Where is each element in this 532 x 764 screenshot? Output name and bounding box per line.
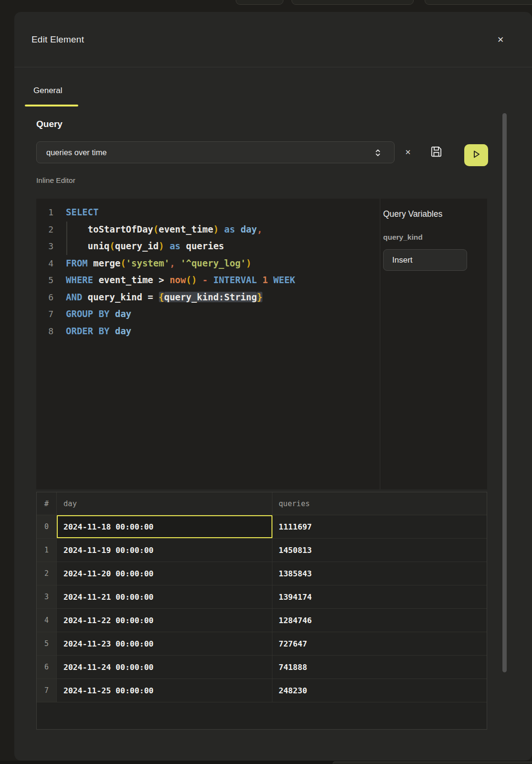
screen: Edit Element ✕ General Query queries ove… [0, 0, 532, 764]
line-number: 7 [36, 306, 53, 323]
table-row[interactable]: 72024-11-25 00:00:00248230 [37, 679, 487, 702]
code-token-plain [180, 241, 186, 251]
code-token-paren: ( [153, 224, 158, 234]
code-line[interactable]: FROM merge('system', '^query_log') [66, 255, 377, 272]
header-day[interactable]: day [57, 492, 272, 515]
line-number: 2 [36, 221, 53, 238]
code-token-plain [164, 275, 169, 285]
query-select[interactable]: queries over time [36, 141, 395, 163]
table-row[interactable]: 22024-11-20 00:00:001385843 [37, 562, 487, 585]
insert-button-label: Insert [392, 255, 413, 265]
code-token-plain [110, 326, 115, 336]
editor-gutter: 12345678 [36, 204, 53, 340]
code-token-op: = [148, 292, 153, 302]
code-token-plain: queries [186, 241, 224, 251]
code-token-punct: - [202, 275, 208, 285]
close-icon[interactable]: ✕ [493, 32, 508, 47]
line-number: 3 [36, 238, 53, 255]
query-variable-name: query_kind [383, 233, 423, 242]
code-token-plain: query_kind [82, 292, 147, 302]
code-token-plain: uniq [66, 241, 110, 251]
queries-cell[interactable]: 727647 [272, 632, 487, 655]
clear-query-button[interactable]: ✕ [402, 146, 414, 159]
code-token-plain: toStartOfDay [66, 224, 153, 234]
day-cell[interactable]: 2024-11-18 00:00:00 [57, 515, 272, 538]
code-token-plain: event_time [158, 224, 213, 234]
code-token-paren: ( [120, 258, 125, 268]
table-row[interactable]: 52024-11-23 00:00:00727647 [37, 632, 487, 656]
code-token-kw: WEEK [273, 275, 295, 285]
indent-guide [66, 222, 67, 255]
code-token-plain: query_id [115, 241, 159, 251]
queries-cell[interactable]: 1394174 [272, 585, 487, 608]
day-cell[interactable]: 2024-11-24 00:00:00 [57, 656, 272, 679]
header-queries[interactable]: queries [272, 492, 487, 515]
queries-cell[interactable]: 248230 [272, 679, 487, 702]
code-token-func: now [169, 275, 186, 285]
day-cell[interactable]: 2024-11-23 00:00:00 [57, 632, 272, 655]
results-table-header: # day queries [37, 492, 487, 515]
row-index-cell: 3 [37, 585, 57, 608]
tab-general[interactable]: General [33, 86, 62, 96]
code-token-pbrace: } [257, 292, 262, 302]
queries-cell[interactable]: 1111697 [272, 515, 487, 538]
query-section-heading: Query [36, 119, 63, 129]
line-number: 5 [36, 272, 53, 289]
header-divider [14, 67, 532, 67]
modal-scrollbar-thumb[interactable] [502, 113, 507, 672]
toolbar-button-partial[interactable] [292, 0, 414, 5]
table-row[interactable]: 02024-11-18 00:00:001111697 [37, 515, 487, 539]
table-row[interactable]: 32024-11-21 00:00:001394174 [37, 585, 487, 609]
code-token-kw: AND [66, 292, 82, 302]
code-line[interactable]: ORDER BY day [66, 323, 377, 340]
code-token-plain [110, 308, 115, 319]
line-number: 1 [36, 204, 53, 221]
code-token-param: query_kind:String [164, 292, 257, 302]
row-index-cell: 6 [37, 656, 57, 679]
row-index-cell: 5 [37, 632, 57, 655]
code-token-paren: ) [213, 224, 219, 234]
day-cell[interactable]: 2024-11-22 00:00:00 [57, 609, 272, 632]
code-token-kw: INTERVAL [213, 275, 257, 285]
code-token-plain: event_time [93, 275, 158, 285]
results-rows: 02024-11-18 00:00:00111169712024-11-19 0… [37, 515, 487, 702]
day-cell[interactable]: 2024-11-20 00:00:00 [57, 562, 272, 585]
day-cell[interactable]: 2024-11-19 00:00:00 [57, 539, 272, 562]
day-cell[interactable]: 2024-11-21 00:00:00 [57, 585, 272, 608]
run-query-button[interactable] [464, 144, 488, 166]
code-token-punct: , [257, 224, 262, 234]
code-line[interactable]: SELECT [66, 204, 377, 221]
code-line[interactable]: toStartOfDay(event_time) as day, [66, 221, 377, 238]
table-row[interactable]: 62024-11-24 00:00:00741888 [37, 656, 487, 679]
table-row[interactable]: 42024-11-22 00:00:001284746 [37, 609, 487, 632]
header-index[interactable]: # [37, 492, 57, 515]
code-token-paren: ) [158, 241, 164, 251]
queries-cell[interactable]: 741888 [272, 656, 487, 679]
code-line[interactable]: GROUP BY day [66, 306, 377, 323]
save-icon [430, 145, 443, 160]
code-token-op: > [158, 275, 164, 285]
queries-cell[interactable]: 1385843 [272, 562, 487, 585]
sql-editor[interactable]: 12345678 SELECT toStartOfDay(event_time)… [36, 199, 487, 489]
editor-panel-divider [380, 199, 380, 489]
queries-cell[interactable]: 1284746 [272, 609, 487, 632]
code-line[interactable]: AND query_kind = {query_kind:String} [66, 289, 377, 306]
line-number: 6 [36, 289, 53, 306]
save-button[interactable] [429, 145, 443, 159]
line-number: 4 [36, 255, 53, 272]
day-cell[interactable]: 2024-11-25 00:00:00 [57, 679, 272, 702]
code-token-paren: ( [110, 241, 115, 251]
code-token-num: 1 [262, 275, 268, 285]
code-line[interactable]: WHERE event_time > now() - INTERVAL 1 WE… [66, 272, 377, 289]
toolbar-button-partial[interactable] [236, 0, 283, 5]
code-token-plain [208, 275, 213, 285]
modal-title: Edit Element [31, 33, 84, 46]
code-line[interactable]: uniq(query_id) as queries [66, 238, 377, 255]
insert-variable-button[interactable]: Insert [383, 249, 467, 271]
table-row[interactable]: 12024-11-19 00:00:001450813 [37, 539, 487, 562]
code-token-kw: FROM [66, 258, 88, 268]
code-token-plain: merge [88, 258, 121, 268]
toolbar-button-partial[interactable] [425, 0, 532, 5]
queries-cell[interactable]: 1450813 [272, 539, 487, 562]
code-token-punct: , [169, 258, 175, 268]
